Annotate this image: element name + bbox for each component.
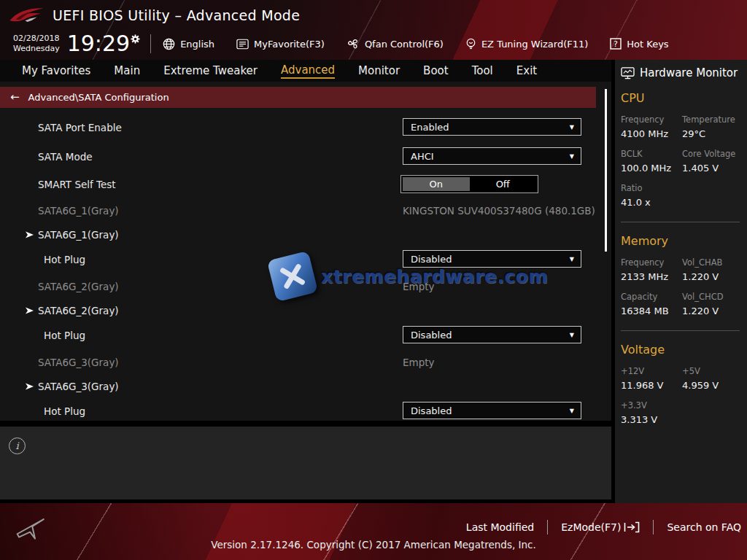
nav-label: SATA6G_1(Gray) bbox=[38, 229, 119, 241]
drive-value: KINGSTON SUV400S37480G (480.1GB) bbox=[403, 205, 595, 217]
info-icon: i bbox=[9, 438, 26, 454]
language-label: English bbox=[180, 39, 214, 50]
divider bbox=[621, 330, 740, 331]
tab-monitor[interactable]: Monitor bbox=[347, 60, 411, 82]
sata-port-enable-dropdown[interactable]: Enabled ▼ bbox=[403, 118, 581, 136]
hot-plug-dropdown-3[interactable]: Disabled ▼ bbox=[403, 402, 581, 419]
last-modified-button[interactable]: Last Modified bbox=[466, 521, 534, 533]
hw-label: Frequency bbox=[621, 114, 682, 125]
back-arrow-icon[interactable]: ← bbox=[10, 92, 20, 103]
footer-links: Last Modified EzMode(F7) Search on FAQ bbox=[466, 520, 741, 534]
hot-keys-label: Hot Keys bbox=[627, 39, 668, 50]
chevron-down-icon: ▼ bbox=[570, 408, 574, 414]
hardware-monitor-title: Hardware Monitor bbox=[640, 66, 738, 79]
svg-text:?: ? bbox=[614, 39, 618, 49]
myfavorite-label: MyFavorite(F3) bbox=[254, 39, 325, 50]
toggle-off[interactable]: Off bbox=[470, 177, 537, 191]
setting-label: Hot Plug bbox=[44, 405, 85, 417]
hardware-monitor-header: Hardware Monitor bbox=[615, 60, 747, 79]
hardware-monitor-panel: Hardware Monitor CPU Frequency4100 MHz T… bbox=[615, 60, 747, 503]
ezmode-label: EzMode(F7) bbox=[561, 521, 621, 533]
smart-self-test-toggle[interactable]: On Off bbox=[400, 175, 538, 193]
hw-section-memory: Memory bbox=[621, 234, 747, 248]
ez-tuning-wizard-button[interactable]: EZ Tuning Wizard(F11) bbox=[465, 38, 588, 50]
hw-value: 1.220 V bbox=[682, 306, 747, 316]
ezmode-button[interactable]: EzMode(F7) bbox=[561, 521, 640, 533]
language-button[interactable]: English bbox=[163, 38, 214, 50]
question-icon: ? bbox=[610, 38, 622, 50]
search-on-faq-button[interactable]: Search on FAQ bbox=[667, 521, 741, 533]
tab-extreme-tweaker[interactable]: Extreme Tweaker bbox=[152, 60, 269, 82]
globe-icon bbox=[163, 38, 175, 50]
tab-my-favorites[interactable]: My Favorites bbox=[10, 60, 102, 82]
version-text: Version 2.17.1246. Copyright (C) 2017 Am… bbox=[0, 539, 747, 551]
hot-plug-dropdown-2[interactable]: Disabled ▼ bbox=[403, 326, 581, 343]
hw-value: 16384 MB bbox=[621, 306, 682, 316]
settings-panel: ← Advanced\SATA Configuration SATA Port … bbox=[0, 82, 611, 421]
sata-mode-dropdown[interactable]: AHCI ▼ bbox=[403, 147, 581, 165]
setting-row: Hot Plug Disabled ▼ bbox=[0, 402, 596, 420]
bulb-icon bbox=[465, 38, 476, 50]
setting-row: Hot Plug Disabled ▼ bbox=[0, 250, 596, 268]
help-panel: i bbox=[0, 427, 611, 499]
time-settings-gear-icon[interactable] bbox=[131, 33, 140, 47]
hw-label: Vol_CHAB bbox=[682, 257, 747, 268]
submenu-arrow-icon bbox=[26, 306, 34, 314]
hw-label: BCLK bbox=[621, 149, 682, 159]
tab-advanced[interactable]: Advanced bbox=[269, 60, 347, 82]
setting-label: SMART Self Test bbox=[38, 179, 116, 190]
qfan-control-button[interactable]: Qfan Control(F6) bbox=[347, 38, 444, 50]
hw-section-cpu: CPU bbox=[621, 91, 747, 105]
search-on-faq-label: Search on FAQ bbox=[667, 521, 741, 533]
setting-label: SATA Port Enable bbox=[38, 122, 122, 133]
nav-row-sata6g1[interactable]: SATA6G_1(Gray) bbox=[0, 225, 596, 244]
hw-label: Temperature bbox=[682, 114, 747, 125]
nav-row-sata6g3[interactable]: SATA6G_3(Gray) bbox=[0, 377, 596, 395]
chevron-down-icon: ▼ bbox=[570, 332, 574, 338]
nav-label: SATA6G_2(Gray) bbox=[38, 305, 119, 316]
qfan-icon bbox=[347, 38, 360, 50]
bios-screen: UEFI BIOS Utility – Advanced Mode 02/28/… bbox=[0, 0, 747, 560]
hw-label: Frequency bbox=[621, 257, 682, 268]
breadcrumb: ← Advanced\SATA Configuration bbox=[0, 87, 596, 108]
title-row: UEFI BIOS Utility – Advanced Mode bbox=[0, 0, 747, 31]
nav-row-sata6g2[interactable]: SATA6G_2(Gray) bbox=[0, 301, 596, 319]
tab-main[interactable]: Main bbox=[102, 60, 152, 82]
setting-label: SATA6G_2(Gray) bbox=[38, 281, 119, 292]
ezmode-exit-icon bbox=[624, 521, 640, 533]
divider bbox=[653, 520, 654, 534]
hot-keys-button[interactable]: ? Hot Keys bbox=[610, 38, 668, 50]
divider bbox=[621, 222, 740, 222]
hw-row: BCLK100.0 MHz Core Voltage1.405 V bbox=[615, 149, 747, 174]
hw-section-voltage: Voltage bbox=[621, 343, 747, 357]
footer: Last Modified EzMode(F7) Search on FAQ V… bbox=[0, 503, 747, 560]
dropdown-value: Disabled bbox=[411, 405, 452, 416]
day-text: Wednesday bbox=[13, 44, 60, 54]
hw-label: Vol_CHCD bbox=[682, 292, 747, 302]
hw-value: 100.0 MHz bbox=[621, 163, 682, 174]
setting-row: Hot Plug Disabled ▼ bbox=[0, 326, 596, 344]
setting-label: SATA6G_3(Gray) bbox=[38, 357, 119, 368]
toggle-on[interactable]: On bbox=[403, 177, 470, 191]
hw-label: +12V bbox=[621, 366, 682, 376]
submenu-arrow-icon bbox=[26, 382, 34, 390]
hw-row: Frequency2133 MHz Vol_CHAB1.220 V bbox=[615, 257, 747, 282]
mouse-cursor-icon bbox=[16, 512, 48, 541]
scrollbar-thumb[interactable] bbox=[605, 89, 607, 252]
hw-row: +12V11.968 V +5V4.959 V bbox=[615, 366, 747, 391]
info-row: 02/28/2018 Wednesday 19:29 English bbox=[0, 29, 747, 58]
hw-value: 4100 MHz bbox=[621, 128, 682, 139]
hot-plug-dropdown-1[interactable]: Disabled ▼ bbox=[403, 250, 581, 268]
myfavorite-icon bbox=[236, 39, 249, 50]
setting-label: SATA6G_1(Gray) bbox=[38, 205, 119, 217]
hw-row: Capacity16384 MB Vol_CHCD1.220 V bbox=[615, 292, 747, 316]
hw-value: 29°C bbox=[682, 128, 747, 139]
tab-tool[interactable]: Tool bbox=[460, 60, 505, 82]
submenu-arrow-icon bbox=[26, 230, 34, 238]
tab-exit[interactable]: Exit bbox=[505, 60, 549, 82]
nav-label: SATA6G_3(Gray) bbox=[38, 381, 119, 392]
tab-boot[interactable]: Boot bbox=[411, 60, 460, 82]
dropdown-value: Disabled bbox=[411, 330, 452, 341]
myfavorite-button[interactable]: MyFavorite(F3) bbox=[236, 39, 325, 50]
main-menu-bar: My Favorites Main Extreme Tweaker Advanc… bbox=[0, 60, 611, 82]
